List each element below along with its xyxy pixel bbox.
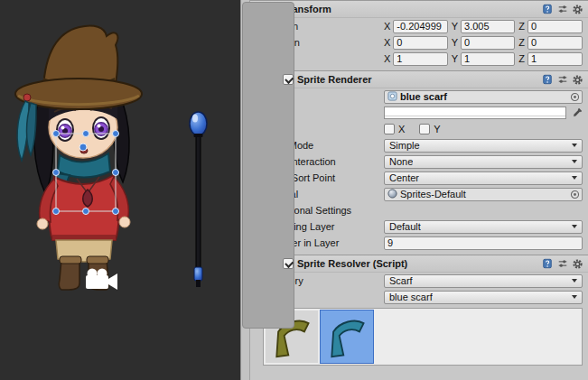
- flip-y-label: Y: [434, 124, 440, 134]
- color-field[interactable]: [384, 107, 566, 119]
- chevron-down-icon: [572, 295, 577, 299]
- unity-editor: Transform Position X Y: [0, 0, 588, 380]
- scale-x-field[interactable]: [393, 52, 447, 66]
- sprite-asset-icon: [387, 91, 397, 103]
- draw-mode-value: Simple: [389, 140, 420, 151]
- sprite-sort-point-row: Sprite Sort Point Center: [250, 170, 588, 186]
- category-row: Category Scarf: [250, 273, 588, 289]
- sorting-layer-row: Sorting Layer Default: [250, 218, 588, 235]
- thumbnail-blue-scarf[interactable]: [321, 310, 373, 363]
- flip-row: Flip X Y: [250, 121, 588, 137]
- mask-interaction-dropdown[interactable]: None: [384, 155, 583, 169]
- component-enabled-checkbox[interactable]: [283, 74, 294, 85]
- chevron-down-icon: [572, 160, 577, 163]
- position-row: Position X Y Z: [250, 18, 588, 34]
- color-row: Color: [250, 105, 588, 121]
- gear-icon[interactable]: [572, 258, 583, 270]
- position-z-field[interactable]: [527, 20, 583, 33]
- z-axis-label: Z: [518, 21, 525, 32]
- x-axis-label: X: [384, 53, 390, 64]
- object-picker-icon[interactable]: [569, 91, 580, 102]
- y-axis-label: Y: [452, 53, 458, 64]
- chevron-down-icon: [572, 144, 577, 147]
- sprite-object-field[interactable]: blue scarf: [384, 90, 583, 104]
- y-axis-label: Y: [452, 37, 458, 48]
- category-dropdown[interactable]: Scarf: [384, 274, 583, 288]
- flip-x-label: X: [398, 124, 405, 134]
- order-in-layer-field[interactable]: [384, 236, 583, 250]
- inspector-scrollbar[interactable]: [240, 0, 250, 380]
- category-value: Scarf: [389, 275, 413, 286]
- component-title: Sprite Resolver (Script): [297, 258, 407, 269]
- component-title: Sprite Renderer: [297, 74, 372, 85]
- scale-z-field[interactable]: [527, 52, 583, 66]
- flip-x-checkbox[interactable]: [384, 124, 395, 134]
- transform-header[interactable]: Transform: [250, 1, 588, 18]
- rotation-row: Rotation X Y Z: [250, 34, 588, 51]
- sprite-thumbnail-strip: [263, 308, 583, 366]
- position-x-field[interactable]: [393, 20, 447, 33]
- sprite-resolver-component: Sprite Resolver (Script) Category: [250, 255, 588, 369]
- x-axis-label: X: [384, 37, 390, 48]
- scene-canvas: [0, 0, 240, 380]
- sprite-sort-point-dropdown[interactable]: Center: [384, 171, 583, 185]
- material-value: Sprites-Default: [400, 189, 566, 199]
- material-row: Material Sprites-Default: [250, 186, 588, 202]
- presets-icon[interactable]: [556, 74, 568, 86]
- sprite-resolver-header[interactable]: Sprite Resolver (Script): [250, 255, 588, 273]
- rotation-x-field[interactable]: [393, 36, 447, 50]
- sprite-row: Sprite blue scarf: [250, 88, 588, 105]
- order-in-layer-row: Order in Layer: [250, 235, 588, 251]
- presets-icon[interactable]: [556, 258, 568, 270]
- material-object-field[interactable]: Sprites-Default: [384, 188, 583, 201]
- sprite-renderer-header[interactable]: Sprite Renderer: [250, 71, 588, 88]
- scrollbar-thumb[interactable]: [242, 2, 294, 329]
- flip-y-checkbox[interactable]: [419, 124, 430, 134]
- z-axis-label: Z: [518, 53, 525, 64]
- sprite-sort-point-value: Center: [389, 172, 419, 183]
- label-dropdown[interactable]: blue scarf: [384, 291, 583, 304]
- position-y-field[interactable]: [461, 20, 515, 33]
- label-value: blue scarf: [389, 292, 433, 302]
- scene-view[interactable]: [0, 0, 240, 380]
- mask-interaction-value: None: [389, 156, 413, 167]
- transform-component: Transform Position X Y: [250, 0, 588, 70]
- z-axis-label: Z: [518, 37, 525, 48]
- chevron-down-icon: [572, 225, 577, 228]
- label-row: Label blue scarf: [250, 289, 588, 305]
- help-icon[interactable]: [541, 258, 553, 270]
- sorting-layer-dropdown[interactable]: Default: [384, 220, 583, 234]
- scale-row: Scale X Y Z: [250, 51, 588, 67]
- mask-interaction-row: Mask Interaction None: [250, 153, 588, 170]
- sprite-value: blue scarf: [400, 91, 566, 102]
- component-enabled-checkbox[interactable]: [283, 258, 294, 269]
- additional-settings-foldout[interactable]: Additional Settings: [250, 202, 588, 218]
- draw-mode-row: Draw Mode Simple: [250, 137, 588, 153]
- chevron-down-icon: [572, 279, 577, 283]
- material-asset-icon: [387, 189, 397, 200]
- x-axis-label: X: [384, 21, 390, 32]
- object-picker-icon[interactable]: [569, 189, 580, 199]
- scale-y-field[interactable]: [461, 52, 515, 66]
- help-icon[interactable]: [541, 74, 553, 86]
- draw-mode-dropdown[interactable]: Simple: [384, 139, 583, 153]
- gear-icon[interactable]: [572, 4, 583, 15]
- rotation-z-field[interactable]: [527, 36, 583, 50]
- y-axis-label: Y: [452, 21, 458, 32]
- help-icon[interactable]: [541, 4, 553, 15]
- rotation-y-field[interactable]: [461, 36, 515, 50]
- inspector-panel: Transform Position X Y: [250, 0, 588, 380]
- sprite-renderer-component: Sprite Renderer Sprite: [250, 70, 588, 255]
- chevron-down-icon: [572, 176, 577, 180]
- eyedropper-icon[interactable]: [570, 107, 583, 119]
- presets-icon[interactable]: [556, 4, 568, 15]
- sorting-layer-value: Default: [389, 221, 421, 232]
- gear-icon[interactable]: [572, 74, 583, 86]
